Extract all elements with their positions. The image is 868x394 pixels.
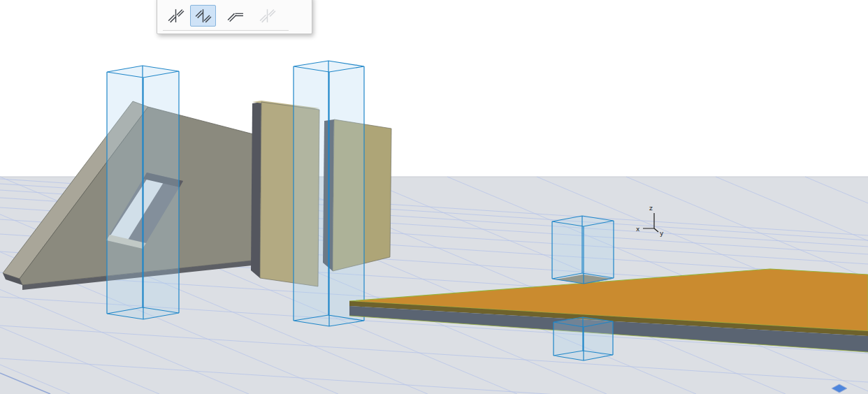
pet-palette-separator	[163, 30, 289, 31]
3d-viewport[interactable]: z x y	[0, 0, 868, 394]
wall-junction-icon-1	[167, 7, 185, 24]
pet-palette-row	[157, 0, 312, 27]
wall-junction-icon-4-strokes	[260, 9, 275, 22]
wall-junction-icon-2	[194, 7, 212, 24]
pet-palette[interactable]	[157, 0, 312, 34]
wall-junction-icon-3-strokes	[228, 13, 243, 21]
axis-label-y: y	[660, 230, 664, 237]
pet-palette-button-junction-1[interactable]	[163, 5, 189, 27]
selected-column-left[interactable]	[107, 66, 179, 319]
panel-left-edge-face	[251, 102, 261, 278]
axis-label-x: x	[636, 226, 640, 233]
pet-palette-button-junction-2[interactable]	[190, 5, 216, 27]
selected-column-right-upper[interactable]	[552, 216, 614, 284]
wall-junction-icon-1-strokes	[168, 9, 184, 22]
wall-junction-icon-4	[259, 7, 276, 24]
archicad-3d-window: z x y	[0, 0, 868, 394]
selected-column-right-lower[interactable]	[554, 317, 613, 360]
pet-palette-button-junction-3[interactable]	[222, 5, 248, 27]
selected-column-middle[interactable]	[294, 61, 364, 326]
wall-junction-icon-3	[226, 7, 244, 24]
wall-junction-icon-2-strokes	[196, 9, 211, 22]
axis-label-z: z	[649, 205, 653, 212]
pet-palette-button-junction-4	[254, 5, 280, 27]
